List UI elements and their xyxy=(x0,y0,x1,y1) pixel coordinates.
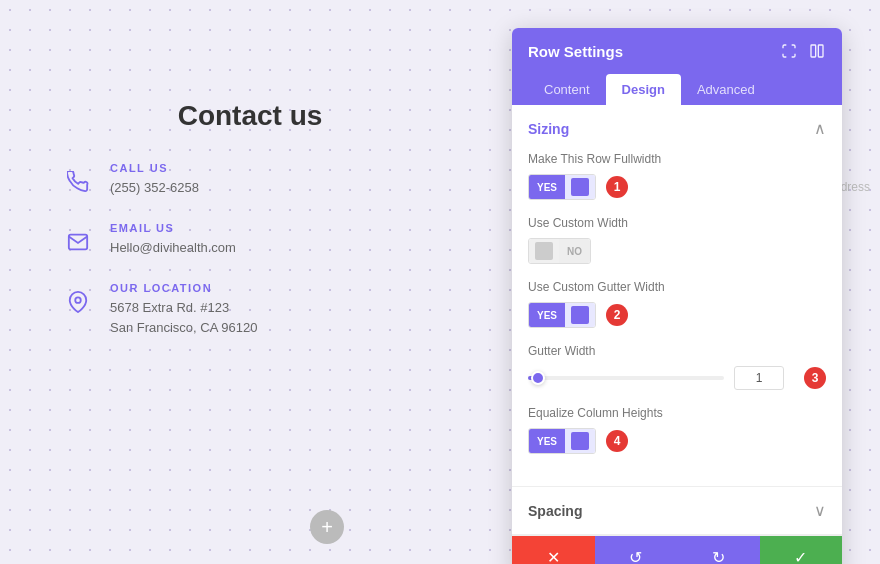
gutter-width-track[interactable] xyxy=(528,376,724,380)
email-value: Hello@divihealth.com xyxy=(110,238,236,258)
custom-width-label: Use Custom Width xyxy=(528,216,826,230)
panel-header: Row Settings xyxy=(512,28,842,74)
gutter-width-slider-wrap: 3 xyxy=(528,366,826,390)
gutter-width-field: Gutter Width 3 xyxy=(528,344,826,390)
fullscreen-icon[interactable] xyxy=(780,42,798,60)
badge-2: 2 xyxy=(606,304,628,326)
toggle-dot-2 xyxy=(571,306,589,324)
tab-content[interactable]: Content xyxy=(528,74,606,105)
panel-body: Sizing ∧ Make This Row Fullwidth YES 1 xyxy=(512,105,842,535)
toggle-no-label: NO xyxy=(559,239,590,263)
phone-label: CALL US xyxy=(110,162,199,174)
badge-4: 4 xyxy=(606,430,628,452)
svg-rect-2 xyxy=(818,45,823,57)
toggle-yes-label-4: YES xyxy=(529,429,565,453)
custom-width-field: Use Custom Width NO xyxy=(528,216,826,264)
equalize-heights-field: Equalize Column Heights YES 4 xyxy=(528,406,826,454)
custom-gutter-label: Use Custom Gutter Width xyxy=(528,280,826,294)
save-button[interactable]: ✓ xyxy=(760,536,843,564)
columns-icon[interactable] xyxy=(808,42,826,60)
toggle-dot-4 xyxy=(571,432,589,450)
toggle-slider-2 xyxy=(565,302,595,328)
contact-section: Contact us CALL US (255) 352-6258 EMAIL … xyxy=(60,100,440,359)
undo-button[interactable]: ↺ xyxy=(595,536,678,564)
plus-icon: + xyxy=(321,516,333,539)
toggle-slider-4 xyxy=(565,428,595,454)
equalize-heights-label: Equalize Column Heights xyxy=(528,406,826,420)
spacing-section-title: Spacing xyxy=(528,503,582,519)
custom-width-toggle[interactable]: NO xyxy=(528,238,591,264)
location-value: 5678 Extra Rd. #123San Francisco, CA 961… xyxy=(110,298,257,337)
add-element-button[interactable]: + xyxy=(310,510,344,544)
contact-text-location: OUR LOCATION 5678 Extra Rd. #123San Fran… xyxy=(110,282,257,337)
tab-design[interactable]: Design xyxy=(606,74,681,105)
badge-3: 3 xyxy=(804,367,826,389)
sizing-section-content: Make This Row Fullwidth YES 1 Use Custom xyxy=(512,152,842,486)
toggle-dot xyxy=(571,178,589,196)
phone-value: (255) 352-6258 xyxy=(110,178,199,198)
custom-gutter-toggle[interactable]: YES xyxy=(528,302,596,328)
cancel-button[interactable]: ✕ xyxy=(512,536,595,564)
svg-point-0 xyxy=(75,297,81,303)
toggle-slider xyxy=(565,174,595,200)
panel-header-icons xyxy=(780,42,826,60)
toggle-dot-off xyxy=(535,242,553,260)
sizing-section: Sizing ∧ Make This Row Fullwidth YES 1 xyxy=(512,105,842,487)
fullwidth-field: Make This Row Fullwidth YES 1 xyxy=(528,152,826,200)
contact-item-location: OUR LOCATION 5678 Extra Rd. #123San Fran… xyxy=(60,282,440,337)
badge-1: 1 xyxy=(606,176,628,198)
email-label: EMAIL US xyxy=(110,222,236,234)
contact-item-phone: CALL US (255) 352-6258 xyxy=(60,162,440,200)
sizing-section-title: Sizing xyxy=(528,121,569,137)
toggle-slider-off xyxy=(529,238,559,264)
svg-rect-1 xyxy=(811,45,816,57)
equalize-heights-toggle[interactable]: YES xyxy=(528,428,596,454)
contact-item-email: EMAIL US Hello@divihealth.com xyxy=(60,222,440,260)
spacing-chevron-icon: ∨ xyxy=(814,501,826,520)
redo-button[interactable]: ↻ xyxy=(677,536,760,564)
fullwidth-label: Make This Row Fullwidth xyxy=(528,152,826,166)
location-label: OUR LOCATION xyxy=(110,282,257,294)
panel-title: Row Settings xyxy=(528,43,623,60)
gutter-width-input[interactable] xyxy=(734,366,784,390)
panel-footer: ✕ ↺ ↻ ✓ xyxy=(512,535,842,564)
phone-icon xyxy=(60,164,96,200)
sizing-chevron-icon: ∧ xyxy=(814,119,826,138)
location-icon xyxy=(60,284,96,320)
gutter-width-label: Gutter Width xyxy=(528,344,826,358)
toggle-yes-label: YES xyxy=(529,175,565,199)
right-hint: dress xyxy=(841,180,870,194)
sizing-section-header[interactable]: Sizing ∧ xyxy=(512,105,842,152)
panel-tabs: Content Design Advanced xyxy=(512,74,842,105)
row-settings-panel: Row Settings Content Design Advanced xyxy=(512,28,842,564)
slider-thumb[interactable] xyxy=(531,371,545,385)
custom-gutter-field: Use Custom Gutter Width YES 2 xyxy=(528,280,826,328)
tab-advanced[interactable]: Advanced xyxy=(681,74,771,105)
fullwidth-toggle[interactable]: YES xyxy=(528,174,596,200)
contact-title: Contact us xyxy=(60,100,440,132)
email-icon xyxy=(60,224,96,260)
contact-text-phone: CALL US (255) 352-6258 xyxy=(110,162,199,198)
spacing-section-header[interactable]: Spacing ∨ xyxy=(512,487,842,534)
spacing-section: Spacing ∨ xyxy=(512,487,842,535)
contact-text-email: EMAIL US Hello@divihealth.com xyxy=(110,222,236,258)
toggle-yes-label-2: YES xyxy=(529,303,565,327)
